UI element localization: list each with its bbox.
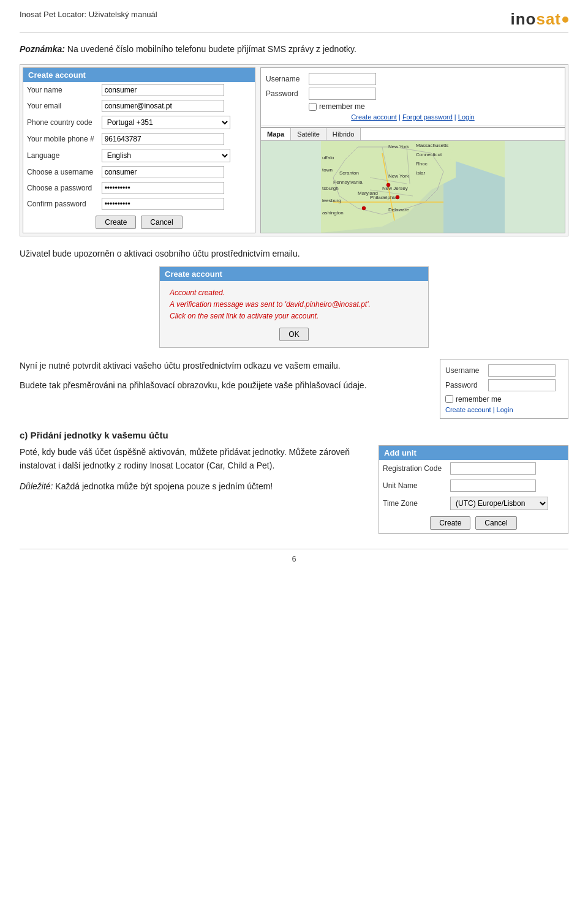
svg-text:leesburg: leesburg — [322, 198, 341, 203]
intro-text: Na uvedené číslo mobilního telefonu bude… — [65, 44, 356, 54]
table-row: Choose a password — [23, 180, 255, 196]
login-username-row: Username — [266, 73, 560, 85]
svg-text:Rhoc: Rhoc — [416, 161, 428, 167]
login2-create-link[interactable]: Create account — [445, 406, 491, 413]
input-your-name[interactable] — [102, 84, 224, 96]
page-footer: 6 — [20, 549, 568, 563]
c-section-row: Poté, kdy bude váš účet úspěšně aktivová… — [20, 445, 568, 534]
form-panel-title: Create account — [23, 68, 255, 82]
third-text-p1: Nyní je nutné potvrdit aktivaci vašeho ú… — [20, 359, 430, 372]
svg-text:New York: New York — [388, 173, 410, 179]
table-row: Phone country code Portugal +351 — [23, 114, 255, 131]
table-row: Choose a username — [23, 164, 255, 180]
account-created-line2: A verification message was sent to 'davi… — [170, 299, 418, 310]
tab-satelite[interactable]: Satélite — [291, 128, 326, 140]
svg-text:Maryland: Maryland — [358, 190, 378, 196]
add-unit-panel: Add unit Registration Code Unit Name Tim… — [379, 445, 568, 534]
table-row: Language English — [23, 147, 255, 164]
login2-remember-checkbox[interactable] — [445, 395, 453, 403]
field-label-reg-code: Registration Code — [379, 460, 447, 477]
field-label-password: Choose a password — [23, 180, 98, 196]
select-phone-country-code[interactable]: Portugal +351 — [102, 116, 230, 129]
cancel-button[interactable]: Cancel — [141, 216, 182, 229]
table-row: Unit Name — [379, 477, 568, 494]
svg-text:Delaware: Delaware — [388, 207, 409, 213]
logo-sat: sat — [536, 10, 561, 28]
field-label-phone-code: Phone country code — [23, 114, 98, 131]
svg-text:New Jersey: New Jersey — [382, 186, 408, 191]
login-password-label: Password — [266, 89, 309, 98]
login2-username-input[interactable] — [488, 364, 556, 377]
remember-row: remember me — [309, 102, 560, 111]
svg-text:Connecticut: Connecticut — [416, 152, 442, 157]
input-your-email[interactable] — [102, 100, 224, 112]
ok-button[interactable]: OK — [279, 328, 308, 341]
table-row: Your email — [23, 98, 255, 114]
login2-username-label: Username — [445, 366, 488, 375]
map-panel: Mapa Satélite Híbrido — [260, 127, 565, 233]
field-label-language: Language — [23, 147, 98, 164]
c-section-text: Poté, kdy bude váš účet úspěšně aktivová… — [20, 445, 369, 494]
login-form-area: Username Password remember me Create acc… — [261, 68, 565, 126]
c-text-important: Důležité: Každá jednotka může být spojen… — [20, 480, 369, 493]
ok-btn-row: OK — [170, 328, 418, 341]
login-panel-top: Username Password remember me Create acc… — [260, 67, 565, 127]
select-timezone[interactable]: (UTC) Europe/Lisbon — [450, 497, 548, 510]
field-label-mobile: Your mobile phone # — [23, 131, 98, 147]
svg-text:Scranton: Scranton — [339, 170, 359, 176]
field-label-username: Choose a username — [23, 164, 98, 180]
select-language[interactable]: English — [102, 149, 230, 162]
create-button[interactable]: Create — [96, 216, 136, 229]
c-section: c) Přidání jednotky k vašemu účtu Poté, … — [20, 430, 568, 534]
forgot-password-link[interactable]: Forgot password — [402, 113, 453, 121]
page-header: Inosat Pet Locator: Uživatelský manuál i… — [20, 10, 568, 33]
c-section-title: c) Přidání jednotky k vašemu účtu — [20, 430, 568, 440]
login-password-row: Password — [266, 88, 560, 100]
login-link[interactable]: Login — [458, 113, 475, 121]
login2-login-link[interactable]: Login — [497, 406, 513, 413]
field-label-confirm-password: Confirm password — [23, 196, 98, 212]
screenshot-row-1: Create account Your name Your email Phon… — [20, 64, 568, 236]
create-account-link[interactable]: Create account — [351, 113, 397, 121]
login-password-input[interactable] — [309, 88, 376, 100]
input-mobile-phone[interactable] — [102, 133, 224, 145]
document-title: Inosat Pet Locator: Uživatelský manuál — [20, 10, 157, 19]
page-number: 6 — [292, 554, 296, 563]
remember-me-checkbox[interactable] — [309, 103, 317, 111]
login2-password-label: Password — [445, 381, 488, 389]
add-unit-buttons: Create Cancel — [379, 513, 568, 533]
add-unit-create-button[interactable]: Create — [430, 516, 470, 530]
intro-italic: Poznámka: — [20, 44, 65, 54]
input-confirm-password[interactable] — [102, 198, 224, 210]
form-table: Your name Your email Phone country code … — [23, 82, 255, 212]
right-panel: Username Password remember me Create acc… — [260, 67, 565, 233]
input-unit-name[interactable] — [450, 480, 536, 492]
third-row: Nyní je nutné potvrdit aktivaci vašeho ú… — [20, 359, 568, 419]
field-label-timezone: Time Zone — [379, 494, 447, 513]
logo-dot — [562, 17, 568, 23]
table-row: Time Zone (UTC) Europe/Lisbon — [379, 494, 568, 513]
login-username-input[interactable] — [309, 73, 376, 85]
svg-text:uffalo: uffalo — [322, 155, 334, 160]
svg-text:town: town — [322, 167, 333, 173]
logo: inosat — [510, 10, 568, 29]
login2-remember-label: remember me — [456, 395, 502, 404]
login2-password-input[interactable] — [488, 379, 556, 391]
tab-mapa[interactable]: Mapa — [261, 128, 291, 140]
svg-text:Islar: Islar — [416, 170, 425, 176]
important-text: Každá jednotka může být spojena pouze s … — [53, 481, 273, 491]
svg-text:ashington: ashington — [322, 210, 344, 216]
field-label-unit-name: Unit Name — [379, 477, 447, 494]
input-registration-code[interactable] — [450, 462, 536, 475]
input-choose-password[interactable] — [102, 182, 224, 194]
input-choose-username[interactable] — [102, 166, 224, 178]
login-links: Create account | Forgot password | Login — [266, 113, 560, 121]
tab-hibrido[interactable]: Híbrido — [326, 128, 361, 140]
field-label-email: Your email — [23, 98, 98, 114]
add-unit-cancel-button[interactable]: Cancel — [475, 516, 516, 530]
table-row: Your mobile phone # — [23, 131, 255, 147]
svg-point-29 — [362, 206, 366, 210]
login-username-label: Username — [266, 75, 309, 83]
remember-me-label: remember me — [319, 102, 365, 111]
account-created-body: Account created. A verification message … — [160, 281, 428, 347]
